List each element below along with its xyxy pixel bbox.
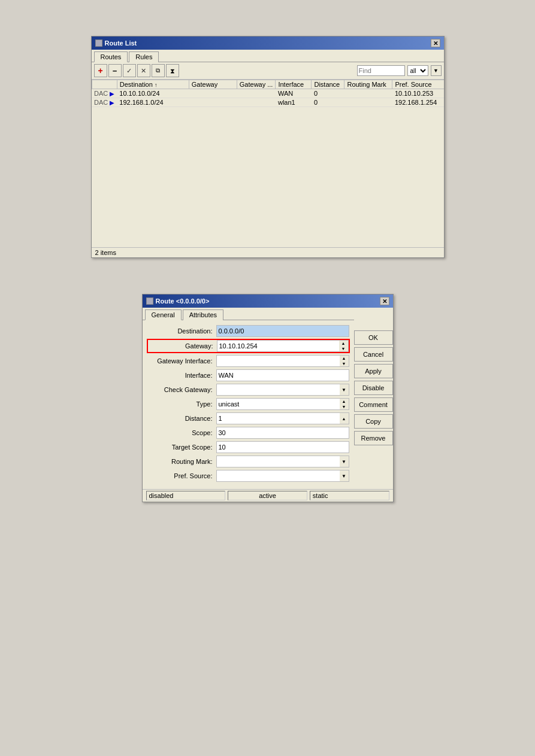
apply-button[interactable]: Apply [354, 364, 393, 378]
routing-mark-row: Routing Mark: ▼ [147, 456, 349, 467]
side-buttons: OK Cancel Apply Disable Comment Copy Rem… [354, 326, 393, 445]
row-flags: DAC ▶ [92, 98, 117, 107]
col-gateway[interactable]: Gateway [189, 80, 237, 89]
distance-spin: ▲ [340, 412, 349, 424]
gateway-interface-input[interactable] [216, 355, 340, 367]
scope-label: Scope: [147, 429, 216, 436]
comment-button[interactable]: Comment [354, 397, 393, 412]
routing-mark-group: ▼ [216, 456, 349, 467]
remove-button[interactable]: − [108, 64, 122, 77]
gateway-interface-label: Gateway Interface: [147, 357, 216, 365]
routing-mark-dropdown[interactable]: ▼ [340, 456, 349, 467]
pref-source-dropdown[interactable]: ▼ [340, 470, 349, 482]
gateway-interface-group: ▲ ▼ [216, 355, 349, 367]
distance-input[interactable] [216, 412, 340, 424]
search-dropdown-button[interactable]: ▼ [431, 65, 442, 76]
destination-input[interactable] [216, 325, 349, 337]
table-row[interactable]: DAC ▶ 192.168.1.0/24 wlan1 0 192.168.1.2… [92, 98, 444, 107]
close-button[interactable]: ✕ [431, 39, 440, 47]
interface-row: Interface: [147, 369, 349, 381]
tab-rules[interactable]: Rules [129, 51, 159, 62]
row-destination: 10.10.10.0/24 [117, 89, 189, 98]
edit-close-button[interactable]: ✕ [380, 297, 389, 305]
check-gateway-group: ▼ [216, 384, 349, 396]
gateway-spin-down[interactable]: ▼ [339, 346, 348, 351]
target-scope-label: Target Scope: [147, 444, 216, 451]
copy-button[interactable]: Copy [354, 414, 393, 429]
copy-toolbar-button[interactable]: ⧉ [152, 64, 165, 77]
check-gateway-label: Check Gateway: [147, 386, 216, 393]
route-list-toolbar: + − ✓ ✕ ⧉ ⧗ all ▼ [92, 62, 444, 80]
route-table: Destination ↑ Gateway Gateway ... Interf… [92, 80, 444, 107]
col-destination[interactable]: Destination ↑ [117, 80, 189, 89]
disable-button[interactable]: Disable [354, 381, 393, 395]
check-gateway-input[interactable] [216, 384, 340, 396]
cancel-button[interactable]: Cancel [354, 347, 393, 362]
gateway-input-group: ▲ ▼ [217, 340, 349, 352]
scope-row: Scope: [147, 427, 349, 439]
edit-window-icon [146, 297, 153, 305]
row-distance: 0 [312, 89, 344, 98]
search-filter-select[interactable]: all [407, 65, 428, 76]
pref-source-group: ▼ [216, 470, 349, 482]
form-area: Destination: Gateway: ▲ ▼ [143, 320, 354, 489]
routing-mark-input[interactable] [216, 456, 340, 467]
window-icon [95, 40, 102, 47]
disable-button[interactable]: ✕ [137, 64, 150, 77]
route-edit-window: Route <0.0.0.0/0> ✕ General Attributes D… [142, 294, 394, 502]
distance-spin-up[interactable]: ▲ [340, 413, 349, 424]
row-gateway-extra [237, 89, 276, 98]
table-row[interactable]: DAC ▶ 10.10.10.0/24 WAN 0 10.10.10.253 [92, 89, 444, 98]
ok-button[interactable]: OK [354, 330, 393, 345]
status-static: static [310, 491, 389, 500]
tab-routes[interactable]: Routes [94, 51, 128, 62]
col-routing-mark[interactable]: Routing Mark [344, 80, 392, 89]
filter-button[interactable]: ⧗ [166, 64, 179, 77]
col-pref-source[interactable]: Pref. Source [392, 80, 444, 89]
gateway-spin-up[interactable]: ▲ [339, 341, 348, 346]
type-input[interactable] [216, 398, 340, 410]
enable-button[interactable]: ✓ [123, 64, 136, 77]
destination-row: Destination: [147, 325, 349, 337]
row-interface: wlan1 [276, 98, 312, 107]
target-scope-row: Target Scope: [147, 441, 349, 453]
gateway-label: Gateway: [148, 342, 217, 350]
distance-group: ▲ [216, 412, 349, 424]
gateway-interface-row: Gateway Interface: ▲ ▼ [147, 355, 349, 367]
route-edit-title-bar: Route <0.0.0.0/0> ✕ [143, 294, 393, 308]
gateway-input[interactable] [217, 340, 339, 352]
remove-button[interactable]: Remove [354, 431, 393, 445]
col-interface[interactable]: Interface [276, 80, 312, 89]
tab-attributes[interactable]: Attributes [183, 309, 223, 320]
gateway-spin-buttons: ▲ ▼ [339, 340, 349, 352]
type-spin-up[interactable]: ▲ [340, 399, 349, 404]
tab-general[interactable]: General [145, 309, 182, 320]
gateway-interface-spin-down[interactable]: ▼ [340, 361, 349, 366]
row-gateway-extra [237, 98, 276, 107]
destination-label: Destination: [147, 327, 216, 335]
col-distance[interactable]: Distance [312, 80, 344, 89]
gateway-interface-spin-up[interactable]: ▲ [340, 356, 349, 361]
pref-source-input[interactable] [216, 470, 340, 482]
type-spin-down[interactable]: ▼ [340, 404, 349, 409]
check-gateway-row: Check Gateway: ▼ [147, 384, 349, 396]
add-button[interactable]: + [94, 64, 107, 77]
row-gateway [189, 98, 237, 107]
scope-input[interactable] [216, 427, 349, 439]
route-edit-title: Route <0.0.0.0/0> [156, 297, 210, 305]
row-destination: 192.168.1.0/24 [117, 98, 189, 107]
distance-row: Distance: ▲ [147, 412, 349, 424]
route-edit-tab-bar: General Attributes [143, 308, 354, 320]
route-table-container: Destination ↑ Gateway Gateway ... Interf… [92, 80, 444, 247]
type-group: ▲ ▼ [216, 398, 349, 410]
type-spin: ▲ ▼ [340, 398, 349, 410]
col-gateway-extra[interactable]: Gateway ... [237, 80, 276, 89]
interface-input[interactable] [216, 369, 349, 381]
row-flags: DAC ▶ [92, 89, 117, 98]
check-gateway-dropdown[interactable]: ▼ [340, 384, 349, 396]
search-input[interactable] [357, 65, 405, 76]
type-row: Type: ▲ ▼ [147, 398, 349, 410]
interface-label: Interface: [147, 372, 216, 379]
target-scope-input[interactable] [216, 441, 349, 453]
route-list-tab-bar: Routes Rules [92, 50, 444, 62]
